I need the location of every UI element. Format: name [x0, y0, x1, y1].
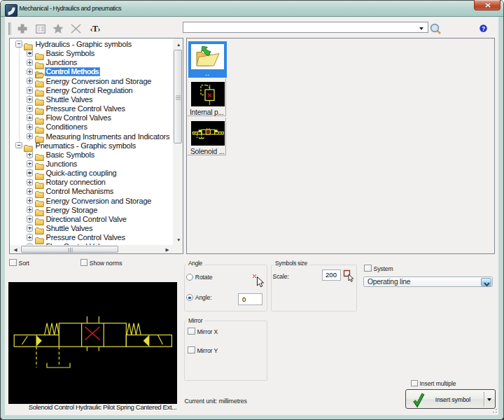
- svg-text:?: ?: [482, 25, 485, 32]
